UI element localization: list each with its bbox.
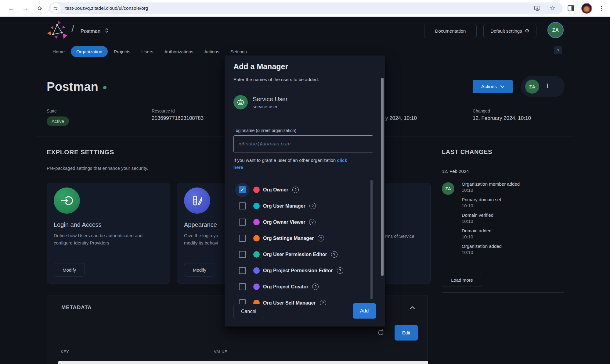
role-label: Org Settings Manager	[263, 236, 314, 241]
browser-refresh-button[interactable]: ⟳	[34, 2, 46, 14]
header-user-avatar[interactable]: ZA	[547, 22, 564, 38]
bookmark-star-icon[interactable]: ☆	[549, 2, 555, 14]
modify-button-label: Modify	[193, 267, 206, 273]
note-text: If you want to grant a user of an other …	[233, 158, 336, 163]
login-icon	[54, 187, 80, 214]
member-avatar[interactable]: ZA	[525, 80, 539, 94]
zitadel-logo[interactable]	[46, 20, 70, 42]
robot-icon	[236, 98, 245, 106]
help-icon[interactable]: ?	[318, 235, 324, 241]
role-checkbox[interactable]	[239, 219, 246, 226]
checkbox-halo	[235, 215, 249, 229]
event-title: Organization member added	[462, 181, 520, 187]
browser-menu-icon[interactable]: ⋮	[596, 2, 607, 14]
role-checkbox[interactable]	[239, 251, 246, 258]
help-icon[interactable]: ?	[292, 187, 299, 193]
checkbox-halo	[235, 296, 249, 305]
default-settings-label: Default settings	[490, 28, 522, 34]
loginname-label: Loginname (current organization)	[233, 128, 296, 133]
resource-id-label: Resource Id	[152, 109, 204, 113]
default-settings-button[interactable]: Default settings ⚙	[483, 24, 536, 38]
change-event: Domain added10:10	[462, 228, 520, 240]
page-title: Postman	[47, 80, 98, 94]
role-checkbox[interactable]	[239, 283, 246, 290]
add-member-plus-icon[interactable]: +	[545, 81, 550, 91]
click-here-link-line2[interactable]: here	[233, 165, 243, 170]
checkbox-halo	[235, 264, 249, 278]
role-color-dot	[253, 187, 260, 193]
modify-button[interactable]: Modify	[184, 263, 215, 277]
role-checkbox[interactable]	[239, 202, 246, 209]
role-label: Org User Permission Editor	[263, 252, 327, 257]
help-icon[interactable]: ?	[312, 284, 319, 290]
modify-button-label: Modify	[63, 267, 76, 273]
click-here-link[interactable]: click	[337, 158, 347, 163]
nav-tab-organization[interactable]: Organization	[71, 46, 108, 57]
browser-toolbar: ← → ⟳ test-0o6zvq.zitadel.cloud/ui/conso…	[0, 0, 610, 17]
event-title: Domain added	[462, 228, 520, 234]
gear-icon: ⚙	[525, 28, 529, 34]
card-login-and-access[interactable]: Login and Access Define how Users can be…	[47, 183, 170, 284]
role-checkbox[interactable]	[239, 235, 246, 242]
collapse-chevron-icon[interactable]	[410, 305, 415, 311]
unfold-icon	[105, 27, 109, 35]
help-icon[interactable]: ?	[337, 267, 343, 274]
help-icon[interactable]: ?	[320, 300, 326, 305]
browser-forward-button[interactable]: →	[20, 2, 31, 14]
nav-tab-authorizations[interactable]: Authorizations	[159, 46, 198, 57]
modify-button[interactable]: Modify	[54, 263, 85, 277]
add-button[interactable]: Add	[353, 303, 376, 319]
role-list-scrollbar[interactable]	[370, 180, 373, 299]
event-time: 10:10	[462, 234, 520, 240]
load-more-button[interactable]: Load more	[442, 273, 482, 287]
refresh-icon[interactable]	[377, 329, 384, 337]
edit-button[interactable]: Edit	[395, 325, 418, 341]
service-user-title: Service User	[253, 96, 287, 103]
role-checkbox[interactable]: ✓	[239, 186, 246, 193]
actions-button[interactable]: Actions	[473, 80, 513, 93]
explore-settings-subtitle: Pre-packaged settings that enhance your …	[47, 166, 148, 171]
primary-nav: HomeOrganizationProjectsUsersAuthorizati…	[48, 45, 252, 58]
role-row: Org User Permission Editor?	[225, 246, 380, 262]
role-checkbox[interactable]	[239, 267, 246, 274]
changed-column: Changed 12. February 2024, 10:10	[473, 109, 531, 121]
cancel-button[interactable]: Cancel	[233, 304, 264, 319]
role-row: Org Settings Manager?	[225, 230, 380, 246]
checkbox-halo: ✓	[235, 183, 249, 197]
side-panel-icon[interactable]	[567, 4, 575, 13]
nav-tab-users[interactable]: Users	[136, 46, 158, 57]
loginname-input[interactable]	[233, 135, 373, 152]
edit-button-label: Edit	[402, 330, 410, 336]
help-icon[interactable]: ?	[309, 203, 316, 209]
browser-back-button[interactable]: ←	[5, 2, 17, 14]
metadata-heading: METADATA	[61, 305, 92, 311]
card-description: Define how Users can be authenticated an…	[54, 232, 162, 247]
explore-settings-heading: EXPLORE SETTINGS	[47, 148, 114, 156]
site-info-icon[interactable]	[51, 3, 60, 13]
cast-icon[interactable]	[533, 5, 541, 13]
role-color-dot	[253, 284, 260, 290]
nav-tab-actions[interactable]: Actions	[200, 46, 224, 57]
modal-title: Add a Manager	[233, 62, 288, 71]
event-title: Organization added	[462, 243, 520, 249]
address-bar[interactable]: test-0o6zvq.zitadel.cloud/ui/console/org…	[49, 2, 563, 14]
documentation-button[interactable]: Documentation	[424, 24, 477, 38]
role-row: Org Owner Viewer?	[225, 214, 380, 230]
card-partial-text: rms of Service	[385, 234, 414, 239]
help-icon[interactable]: ?	[331, 251, 337, 258]
appearance-icon	[184, 187, 210, 214]
other-org-note: If you want to grant a user of an other …	[233, 157, 347, 171]
resource-id-value: 253699771603108783	[152, 115, 204, 121]
modal-scrollbar[interactable]	[381, 78, 384, 276]
help-button[interactable]: ?	[554, 46, 562, 54]
help-icon[interactable]: ?	[309, 219, 316, 225]
browser-profile-avatar[interactable]	[581, 3, 592, 14]
org-switcher[interactable]: Postman	[81, 26, 109, 36]
nav-tab-home[interactable]: Home	[48, 46, 70, 57]
role-list: ✓Org Owner?Org User Manager?Org Owner Vi…	[225, 182, 380, 305]
change-event: Primary domain set10:10	[462, 197, 520, 209]
service-user-row[interactable]: Service User service-user	[233, 95, 287, 109]
nav-tab-projects[interactable]: Projects	[109, 46, 135, 57]
role-label: Org Owner	[263, 187, 288, 193]
role-row: Org User Manager?	[225, 198, 380, 214]
